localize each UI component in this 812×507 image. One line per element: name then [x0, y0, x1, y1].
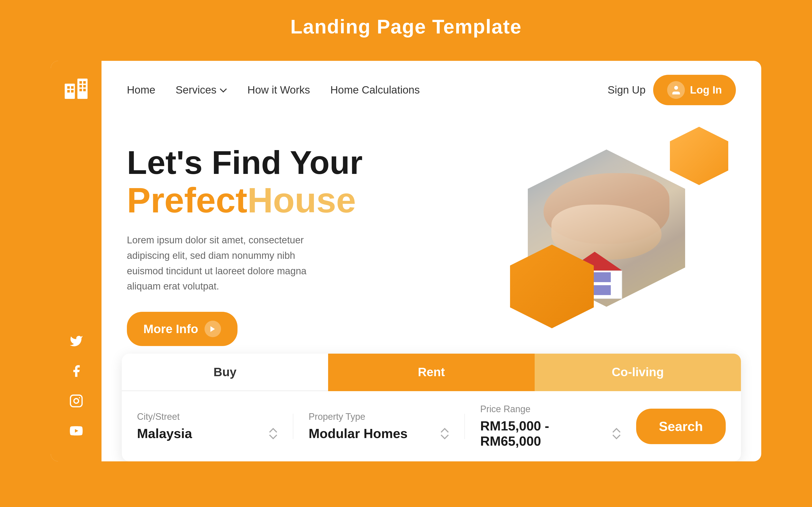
city-street-stepper[interactable] — [269, 428, 277, 439]
hero-description: Lorem ipsum dolor sit amet, consectetuer… — [127, 232, 330, 294]
nav-auth: Sign Up Log In — [608, 75, 736, 105]
divider-2 — [464, 414, 465, 439]
user-avatar-icon — [667, 81, 685, 99]
svg-rect-2 — [67, 86, 70, 89]
svg-marker-17 — [211, 326, 215, 332]
main-card: Home Services How it Works Home Calculat… — [51, 61, 761, 461]
city-street-value-row: Malaysia — [137, 426, 277, 441]
search-fields: City/Street Malaysia Property Type Modu — [122, 391, 741, 461]
login-button[interactable]: Log In — [653, 75, 736, 105]
svg-rect-10 — [80, 89, 82, 91]
hero-title-orange-part1: Prefect — [127, 181, 247, 220]
page-title: Landing Page Template — [290, 15, 522, 38]
logo-icon — [63, 76, 89, 104]
search-button[interactable]: Search — [636, 409, 726, 444]
price-range-value[interactable]: RM15,000 - RM65,000 — [480, 418, 612, 449]
hero-title-line2: Prefect House — [127, 181, 507, 220]
hero-title-line1: Let's Find Your — [127, 145, 507, 181]
svg-point-13 — [74, 398, 79, 403]
social-icons — [69, 334, 83, 441]
hex-deco-top-right — [670, 127, 728, 185]
divider-1 — [293, 414, 293, 439]
nav-link-services[interactable]: Services — [175, 84, 227, 96]
nav-link-home-calculations[interactable]: Home Calculations — [331, 84, 420, 96]
svg-rect-3 — [71, 86, 73, 89]
svg-rect-5 — [71, 90, 73, 93]
more-info-button[interactable]: More Info — [127, 312, 238, 346]
svg-rect-9 — [83, 85, 86, 88]
tab-buy[interactable]: Buy — [122, 354, 328, 391]
hero-right — [507, 134, 736, 354]
price-range-label: Price Range — [480, 404, 621, 414]
youtube-icon[interactable] — [69, 424, 83, 441]
property-type-stepper[interactable] — [440, 428, 449, 439]
nav-link-home[interactable]: Home — [127, 84, 155, 96]
property-type-field: Property Type Modular Homes — [309, 411, 449, 441]
twitter-icon[interactable] — [69, 334, 83, 351]
svg-rect-4 — [67, 90, 70, 93]
svg-rect-12 — [70, 395, 82, 407]
facebook-icon[interactable] — [69, 364, 83, 381]
svg-point-14 — [79, 397, 80, 398]
navbar: Home Services How it Works Home Calculat… — [101, 61, 761, 119]
nav-link-how-it-works[interactable]: How it Works — [247, 84, 310, 96]
svg-rect-8 — [80, 85, 82, 88]
hero-left: Let's Find Your Prefect House Lorem ipsu… — [127, 134, 507, 354]
sidebar — [51, 61, 101, 461]
play-icon — [205, 321, 221, 337]
nav-links: Home Services How it Works Home Calculat… — [127, 84, 588, 96]
instagram-icon[interactable] — [69, 394, 83, 411]
hero-title-orange-part2: House — [247, 181, 356, 220]
main-content: Home Services How it Works Home Calculat… — [101, 61, 761, 461]
svg-rect-7 — [83, 81, 86, 83]
tab-rent[interactable]: Rent — [328, 354, 535, 391]
price-range-field: Price Range RM15,000 - RM65,000 — [480, 404, 621, 449]
city-street-label: City/Street — [137, 411, 277, 422]
tab-coliving[interactable]: Co-living — [535, 354, 741, 391]
svg-point-16 — [674, 86, 678, 90]
hero-section: Let's Find Your Prefect House Lorem ipsu… — [101, 119, 761, 354]
property-type-value-row: Modular Homes — [309, 426, 449, 441]
chevron-down-icon — [219, 86, 227, 94]
price-range-value-row: RM15,000 - RM65,000 — [480, 418, 621, 449]
sign-up-link[interactable]: Sign Up — [608, 84, 646, 96]
svg-rect-11 — [83, 89, 86, 91]
price-range-stepper[interactable] — [612, 428, 621, 439]
search-area: Buy Rent Co-living City/Street Malaysia — [122, 354, 741, 461]
property-type-label: Property Type — [309, 411, 449, 422]
svg-rect-6 — [80, 81, 82, 83]
search-tabs: Buy Rent Co-living — [122, 354, 741, 391]
city-street-field: City/Street Malaysia — [137, 411, 277, 441]
svg-rect-1 — [78, 78, 88, 99]
city-street-value[interactable]: Malaysia — [137, 426, 192, 441]
property-type-value[interactable]: Modular Homes — [309, 426, 408, 441]
